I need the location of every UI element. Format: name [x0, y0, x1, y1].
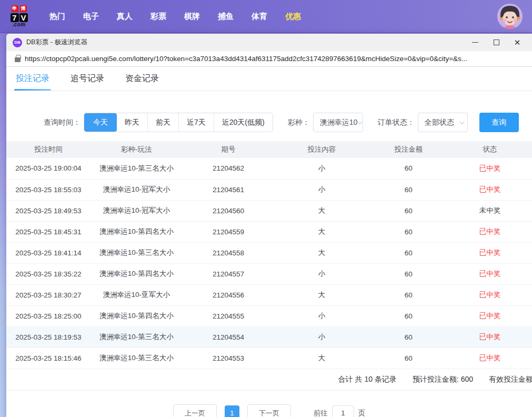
logo-char-v: V	[19, 13, 28, 22]
cell-issue: 21204562	[183, 158, 275, 179]
cell-bet-amount: 60	[369, 242, 448, 263]
logo-badge-bo: 博	[20, 5, 27, 12]
cell-bet-content: 大	[274, 284, 369, 305]
time-option-20days[interactable]: 近20天(低频)	[214, 113, 273, 132]
cell-bet-amount: 60	[369, 305, 448, 326]
summary-bar: 合计 共 10 条记录 预计投注金额: 600 有效投注金额	[6, 369, 532, 391]
table-row[interactable]: 2025-03-25 18:45:31 澳洲幸运10-第四名大小 2120455…	[6, 221, 532, 242]
table-body: 2025-03-25 19:00:04 澳洲幸运10-第三名大小 2120456…	[6, 158, 532, 369]
time-option-day-before[interactable]: 前天	[147, 113, 178, 132]
tab-chase-records[interactable]: 追号记录	[71, 67, 104, 91]
cell-game-play: 澳洲幸运10-第三名大小	[91, 348, 183, 369]
cell-bet-amount: 60	[369, 284, 448, 305]
table-row[interactable]: 2025-03-25 18:25:00 澳洲幸运10-第四名大小 2120455…	[6, 305, 532, 326]
cell-bet-content: 大	[274, 348, 369, 369]
url-bar[interactable]: https://ctopcp02pcali.uengi5e.com/lotter…	[6, 51, 532, 67]
nav-item-sports[interactable]: 体育	[252, 12, 267, 22]
time-range-group: 今天 昨天 前天 近7天 近20天(低频)	[84, 113, 273, 132]
site-logo[interactable]: 申 博 7 V .com	[5, 5, 33, 27]
page-number-1[interactable]: 1	[225, 405, 239, 417]
logo-char-7: 7	[11, 13, 19, 22]
table-row[interactable]: 2025-03-25 18:35:22 澳洲幸运10-第四名大小 2120455…	[6, 263, 532, 284]
cell-bet-content: 大	[274, 200, 369, 221]
cell-bet-amount: 60	[369, 158, 448, 179]
nav-item-board-games[interactable]: 棋牌	[184, 12, 200, 22]
time-option-yesterday[interactable]: 昨天	[117, 113, 147, 132]
tab-fund-records[interactable]: 资金记录	[125, 67, 159, 91]
goto-label: 前往	[314, 409, 328, 417]
cell-bet-content: 大	[274, 221, 369, 242]
nav-item-electronic[interactable]: 电子	[83, 12, 99, 22]
close-button[interactable]: ✕	[507, 35, 528, 50]
table-row[interactable]: 2025-03-25 18:41:14 澳洲幸运10-第三名大小 2120455…	[6, 242, 532, 263]
cell-bet-time: 2025-03-25 18:15:46	[6, 348, 91, 369]
header-bet-content: 投注内容	[274, 141, 369, 158]
next-page-button[interactable]: 下一页	[247, 404, 291, 417]
nav-item-live[interactable]: 真人	[117, 12, 133, 22]
cell-status: 已中奖	[448, 158, 532, 179]
cell-issue: 21204554	[183, 326, 275, 348]
cell-status: 已中奖	[448, 284, 532, 305]
cell-bet-content: 小	[274, 263, 369, 284]
time-filter-label: 查询时间：	[44, 118, 81, 127]
nav-item-promotions[interactable]: 优惠	[285, 12, 301, 22]
search-button[interactable]: 查询	[479, 113, 519, 132]
user-avatar[interactable]	[497, 4, 523, 29]
cell-bet-time: 2025-03-25 18:45:31	[6, 221, 91, 242]
cell-bet-time: 2025-03-25 18:35:22	[6, 263, 91, 284]
table-row[interactable]: 2025-03-25 19:00:04 澳洲幸运10-第三名大小 2120456…	[6, 158, 532, 179]
table-row[interactable]: 2025-03-25 18:30:27 澳洲幸运10-亚军大小 21204556…	[6, 284, 532, 305]
url-text[interactable]: https://ctopcp02pcali.uengi5e.com/lotter…	[25, 55, 467, 63]
summary-total: 合计 共 10 条记录	[338, 375, 397, 384]
order-status-value: 全部状态	[425, 118, 454, 127]
table-row[interactable]: 2025-03-25 18:55:03 澳洲幸运10-冠军大小 21204561…	[6, 179, 532, 200]
filter-bar: 查询时间： 今天 昨天 前天 近7天 近20天(低频) 彩种： 澳洲幸运10 订…	[6, 91, 532, 141]
chevron-down-icon	[459, 119, 465, 124]
cell-status: 已中奖	[448, 179, 532, 200]
header-status: 状态	[448, 141, 532, 158]
prev-page-button[interactable]: 上一页	[173, 404, 217, 417]
cell-bet-content: 大	[274, 242, 369, 263]
goto-page: 前往 页	[314, 405, 366, 417]
cell-bet-time: 2025-03-25 18:55:03	[6, 179, 91, 200]
cell-issue: 21204555	[183, 305, 275, 326]
record-tabs: 投注记录 追号记录 资金记录	[6, 67, 532, 91]
cell-bet-content: 小	[274, 326, 369, 348]
cell-status: 已中奖	[448, 263, 532, 284]
cell-status: 已中奖	[448, 221, 532, 242]
table-row[interactable]: 2025-03-25 18:15:46 澳洲幸运10-第三名大小 2120455…	[6, 348, 532, 369]
cell-issue: 21204557	[183, 263, 275, 284]
cell-bet-time: 2025-03-25 18:49:53	[6, 200, 91, 221]
lottery-select[interactable]: 澳洲幸运10	[313, 113, 363, 132]
time-option-today[interactable]: 今天	[84, 113, 117, 132]
app-icon: DB	[13, 38, 22, 47]
cell-game-play: 澳洲幸运10-冠军大小	[91, 179, 183, 200]
minimize-button[interactable]	[465, 35, 486, 50]
time-option-7days[interactable]: 近7天	[178, 113, 214, 132]
header-bet-time: 投注时间	[6, 141, 91, 158]
goto-page-input[interactable]	[332, 405, 354, 417]
nav-item-fishing[interactable]: 捕鱼	[218, 12, 234, 22]
cell-bet-time: 2025-03-25 18:30:27	[6, 284, 91, 305]
pagination: 上一页 1 下一页 前往 页	[6, 404, 532, 417]
cell-status: 已中奖	[448, 348, 532, 369]
maximize-button[interactable]	[486, 35, 507, 50]
table-row[interactable]: 2025-03-25 18:19:53 澳洲幸运10-第三名大小 2120455…	[6, 326, 532, 348]
logo-badge-shen: 申	[12, 5, 18, 12]
window-titlebar[interactable]: DB DB彩票 - 极速浏览器 ✕	[6, 34, 532, 51]
cell-bet-amount: 60	[369, 200, 448, 221]
cell-issue: 21204559	[183, 221, 275, 242]
cell-bet-amount: 60	[369, 326, 448, 348]
nav-item-lottery[interactable]: 彩票	[150, 12, 166, 22]
order-status-select[interactable]: 全部状态	[418, 113, 468, 132]
table-row[interactable]: 2025-03-25 18:49:53 澳洲幸运10-冠军大小 21204560…	[6, 200, 532, 221]
cell-issue: 21204558	[183, 242, 275, 263]
table-header-row: 投注时间 彩种-玩法 期号 投注内容 投注金额 状态	[6, 141, 532, 158]
nav-item-hot[interactable]: 热门	[49, 12, 65, 22]
cell-bet-time: 2025-03-25 18:19:53	[6, 326, 91, 348]
header-issue: 期号	[183, 141, 275, 158]
cell-status: 已中奖	[448, 242, 532, 263]
cell-game-play: 澳洲幸运10-第四名大小	[91, 305, 183, 326]
tab-bet-records[interactable]: 投注记录	[16, 67, 49, 91]
status-filter-label: 订单状态：	[378, 118, 415, 127]
